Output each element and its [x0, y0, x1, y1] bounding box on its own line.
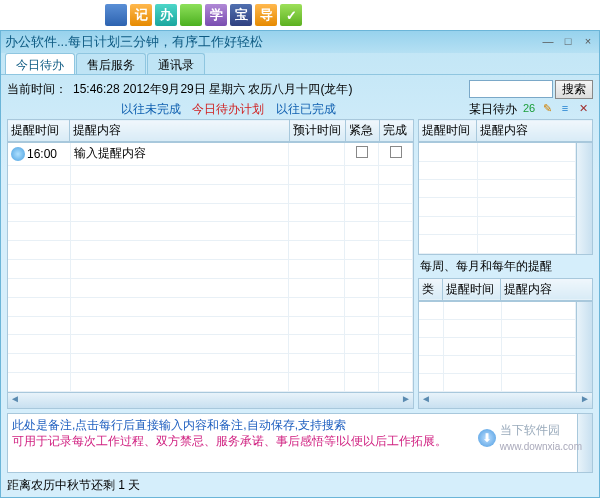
- cell-estimate[interactable]: [289, 143, 345, 165]
- countdown-text: 距离农历中秋节还剩 1 天: [7, 477, 593, 494]
- edit-icon[interactable]: ✎: [539, 102, 555, 116]
- urgent-checkbox[interactable]: [356, 146, 368, 158]
- tab-after-service[interactable]: 售后服务: [76, 53, 146, 74]
- recurring-grid[interactable]: [418, 301, 593, 394]
- link-past-finished[interactable]: 以往已完成: [276, 101, 336, 118]
- col-urgent[interactable]: 紧急: [346, 120, 380, 142]
- top-toolbar: 记 办 学 宝 导 ✓: [105, 2, 302, 28]
- tab-today-todo[interactable]: 今日待办: [5, 53, 75, 74]
- main-todo-panel: 提醒时间 提醒内容 预计时间 紧急 完成 16:00 输入提醒内容: [7, 119, 414, 409]
- search-button[interactable]: 搜索: [555, 80, 593, 99]
- tab-bar: 今日待办 售后服务 通讯录: [1, 53, 599, 75]
- col-type[interactable]: 类: [419, 278, 443, 300]
- done-checkbox[interactable]: [390, 146, 402, 158]
- table-row[interactable]: 16:00 输入提醒内容: [8, 143, 413, 165]
- title-bar: 办公软件...每日计划三分钟，有序工作好轻松 — □ ×: [1, 31, 599, 53]
- current-time-row: 当前时间： 15:46:28 2012年9月29日 星期六 农历八月十四(龙年)…: [7, 79, 593, 99]
- col-remind-time-rec[interactable]: 提醒时间: [443, 278, 501, 300]
- cell-time: 16:00: [27, 147, 57, 161]
- toolbar-btn-4[interactable]: [180, 4, 202, 26]
- recurring-panel: 类 提醒时间 提醒内容: [418, 278, 593, 410]
- col-remind-content[interactable]: 提醒内容: [70, 120, 290, 142]
- time-label: 当前时间：: [7, 81, 67, 98]
- col-done[interactable]: 完成: [380, 120, 414, 142]
- col-remind-time-r[interactable]: 提醒时间: [419, 120, 477, 142]
- toolbar-btn-guide[interactable]: 导: [255, 4, 277, 26]
- col-remind-time[interactable]: 提醒时间: [8, 120, 70, 142]
- time-value: 15:46:28 2012年9月29日 星期六 农历八月十四(龙年): [73, 81, 352, 98]
- status-row: 以往未完成 今日待办计划 以往已完成 某日待办 26 ✎ ≡ ✕: [7, 99, 593, 119]
- download-icon: ⬇: [478, 429, 496, 447]
- someday-todo-label: 某日待办: [469, 101, 517, 118]
- clock-icon: [11, 147, 25, 161]
- cell-content[interactable]: 输入提醒内容: [70, 143, 289, 165]
- v-scrollbar-rec[interactable]: [576, 302, 592, 393]
- main-todo-header: 提醒时间 提醒内容 预计时间 紧急 完成: [7, 119, 414, 142]
- col-estimate-time[interactable]: 预计时间: [290, 120, 346, 142]
- recurring-label: 每周、每月和每年的提醒: [418, 255, 593, 276]
- toolbar-btn-note[interactable]: 记: [130, 4, 152, 26]
- watermark: ⬇ 当下软件园 www.downxia.com: [478, 422, 582, 453]
- tab-contacts[interactable]: 通讯录: [147, 53, 205, 74]
- h-scrollbar-rec[interactable]: [418, 393, 593, 409]
- v-scrollbar[interactable]: [576, 143, 592, 254]
- list-icon[interactable]: ≡: [557, 102, 573, 116]
- link-past-unfinished[interactable]: 以往未完成: [121, 101, 181, 118]
- calendar-icon[interactable]: 26: [521, 102, 537, 116]
- toolbar-btn-learn[interactable]: 学: [205, 4, 227, 26]
- col-remind-content-rec[interactable]: 提醒内容: [501, 278, 593, 300]
- delete-icon[interactable]: ✕: [575, 102, 591, 116]
- toolbar-btn-check[interactable]: ✓: [280, 4, 302, 26]
- window-title: 办公软件...每日计划三分钟，有序工作好轻松: [5, 33, 263, 51]
- maximize-button[interactable]: □: [561, 35, 575, 49]
- toolbar-btn-treasure[interactable]: 宝: [230, 4, 252, 26]
- watermark-name: 当下软件园: [500, 423, 560, 437]
- h-scrollbar[interactable]: [7, 393, 414, 409]
- link-today-plan[interactable]: 今日待办计划: [192, 101, 264, 118]
- toolbar-btn-todo[interactable]: 办: [155, 4, 177, 26]
- someday-panel: 提醒时间 提醒内容: [418, 119, 593, 255]
- toolbar-btn-1[interactable]: [105, 4, 127, 26]
- main-todo-grid[interactable]: 16:00 输入提醒内容: [7, 142, 414, 393]
- watermark-url: www.downxia.com: [500, 441, 582, 452]
- minimize-button[interactable]: —: [541, 35, 555, 49]
- someday-grid[interactable]: [418, 142, 593, 255]
- col-remind-content-r[interactable]: 提醒内容: [477, 120, 593, 142]
- search-input[interactable]: [469, 80, 553, 98]
- close-button[interactable]: ×: [581, 35, 595, 49]
